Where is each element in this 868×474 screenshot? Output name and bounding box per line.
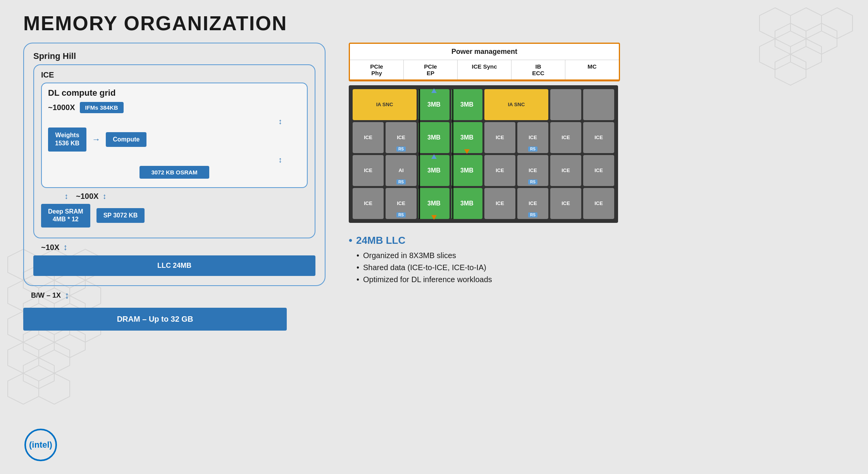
deep-sram-box: Deep SRAM 4MB * 12 — [41, 204, 90, 228]
ice-r4-c7: ICE — [550, 188, 581, 219]
dram-bar: DRAM – Up to 32 GB — [23, 308, 287, 331]
ia-snc-row1-right: IA SNC — [484, 89, 548, 120]
svg-marker-7 — [23, 327, 54, 358]
osram-row: 3072 KB OSRAM — [48, 166, 301, 179]
ice-box: ICE DL compute grid ~1000X IFMs 384KB ↕ … — [33, 64, 315, 238]
ai-rs-r3-c2: AI RS — [386, 155, 417, 186]
ice-r2-c1: ICE — [353, 122, 384, 153]
spring-hill-box: Spring Hill ICE DL compute grid ~1000X I… — [23, 43, 326, 286]
pm-col-pcie-ep: PCIeEP — [404, 60, 458, 79]
ice-r2-c7: ICE — [550, 122, 581, 153]
bullet-main: 24MB LLC — [349, 234, 852, 246]
page-title: MEMORY ORGANIZATION — [23, 12, 287, 35]
pm-col-ice-sync: ICE Sync — [458, 60, 512, 79]
ice-r3-c1: ICE — [353, 155, 384, 186]
bullets-section: 24MB LLC Organized in 8X3MB slices Share… — [349, 234, 852, 284]
mb3-r4-c4: 3MB — [451, 188, 482, 219]
ice-rs-r2-c2: ICE RS — [386, 122, 417, 153]
svg-marker-27 — [822, 8, 852, 39]
deep-sram-row: Deep SRAM 4MB * 12 SP 3072 KB — [41, 204, 308, 228]
pm-col-mc: MC — [565, 60, 619, 79]
ice-r3-c7: ICE — [550, 155, 581, 186]
svg-text:(intel): (intel) — [29, 440, 52, 450]
arrow-up-r1c3 — [431, 88, 437, 93]
multiplier-10x: ~10X — [41, 243, 59, 252]
right-section: Power management PCIePhy PCIeEP ICE Sync… — [349, 43, 852, 287]
svg-marker-3 — [8, 342, 39, 373]
pm-cols: PCIePhy PCIeEP ICE Sync IBECC MC — [350, 60, 619, 80]
ice-r2-c8: ICE — [583, 122, 614, 153]
llc-bar: LLC 24MB — [33, 255, 315, 276]
ifms-box: IFMs 384KB — [80, 102, 124, 113]
pm-col-pcie-phy: PCIePhy — [350, 60, 404, 79]
osram-box: 3072 KB OSRAM — [140, 166, 209, 179]
arrow-right: → — [92, 134, 100, 145]
ice-r3-c8: ICE — [583, 155, 614, 186]
svg-marker-8 — [23, 358, 54, 389]
multiplier-10x-section: ~10X ↕ — [33, 242, 315, 252]
ice-r4-c1: ICE — [353, 188, 384, 219]
ice-r3-c5: ICE — [484, 155, 515, 186]
left-section: Spring Hill ICE DL compute grid ~1000X I… — [23, 43, 326, 331]
bw-arrow: ↕ — [65, 290, 69, 301]
svg-marker-20 — [760, 8, 790, 39]
ice-r2-c5: ICE — [484, 122, 515, 153]
sram-section: ↕ ~100X ↕ Deep SRAM 4MB * 12 SP 3072 KB — [41, 192, 308, 228]
dl-compute-box: DL compute grid ~1000X IFMs 384KB ↕ Weig… — [41, 83, 308, 188]
bullet-sub-3: Optimized for DL inference workloads — [356, 275, 852, 284]
bw-label: B/W – 1X — [31, 291, 61, 300]
mb3-r1-c4: 3MB — [451, 89, 482, 120]
bullet-sub-2: Shared data (ICE-to-ICE, ICE-to-IA) — [356, 263, 852, 272]
arrow-up-r3c3 — [431, 154, 437, 159]
svg-marker-4 — [8, 373, 39, 404]
pm-header: Power management — [350, 44, 619, 60]
arrow-down-r4c3 — [431, 215, 437, 220]
arrows-100x: ↕ ~100X ↕ — [41, 192, 308, 201]
dl-compute-label: DL compute grid — [48, 88, 301, 98]
mem-grid: IA SNC 3MB 3MB IA SNC ICE — [349, 85, 618, 223]
ice-rs-r4-c6: ICE RS — [517, 188, 548, 219]
ice-r4-c8: ICE — [583, 188, 614, 219]
pm-col-ib-ecc: IBECC — [512, 60, 565, 79]
mem-grid-wrapper: IA SNC 3MB 3MB IA SNC ICE — [349, 85, 618, 223]
mb3-r4-c3: 3MB — [418, 188, 450, 219]
spring-hill-label: Spring Hill — [33, 51, 315, 61]
gray-r1-c8 — [583, 89, 614, 120]
pm-container: Power management PCIePhy PCIeEP ICE Sync… — [349, 43, 620, 81]
svg-marker-12 — [39, 342, 70, 373]
arrow-down-r2c4 — [464, 149, 470, 154]
mb3-r2-c4: 3MB — [451, 122, 482, 153]
sp-box: SP 3072 KB — [96, 208, 145, 223]
bw-section: B/W – 1X ↕ — [23, 286, 326, 305]
mb3-r3-c3: 3MB — [418, 155, 450, 186]
intel-logo: (intel) — [23, 427, 58, 462]
gray-r1-c7 — [550, 89, 581, 120]
svg-marker-13 — [39, 373, 70, 404]
ice-label: ICE — [41, 71, 308, 79]
ice-rs-r4-c2: ICE RS — [386, 188, 417, 219]
compute-middle-row: Weights 1536 KB → Compute — [48, 128, 301, 152]
arrow-down-compute: ↕ — [48, 155, 282, 164]
weights-box: Weights 1536 KB — [48, 128, 86, 152]
mb3-r1-c3: 3MB — [418, 89, 450, 120]
arrow-up-ifms: ↕ — [48, 117, 282, 126]
ia-snc-row1-left: IA SNC — [353, 89, 417, 120]
multiplier-1000x: ~1000X — [48, 103, 75, 112]
ice-rs-r3-c6: ICE RS — [517, 155, 548, 186]
ice-r4-c5: ICE — [484, 188, 515, 219]
bullet-sub-1: Organized in 8X3MB slices — [356, 251, 852, 260]
svg-marker-22 — [790, 8, 822, 39]
svg-marker-16 — [54, 327, 85, 358]
multiplier-100x: ~100X — [76, 192, 98, 201]
mb3-r3-c4: 3MB — [451, 155, 482, 186]
mb3-r2-c3: 3MB — [418, 122, 450, 153]
compute-box: Compute — [106, 132, 146, 147]
compute-row-top: ~1000X IFMs 384KB — [48, 102, 301, 113]
ice-rs-r2-c6: ICE RS — [517, 122, 548, 153]
